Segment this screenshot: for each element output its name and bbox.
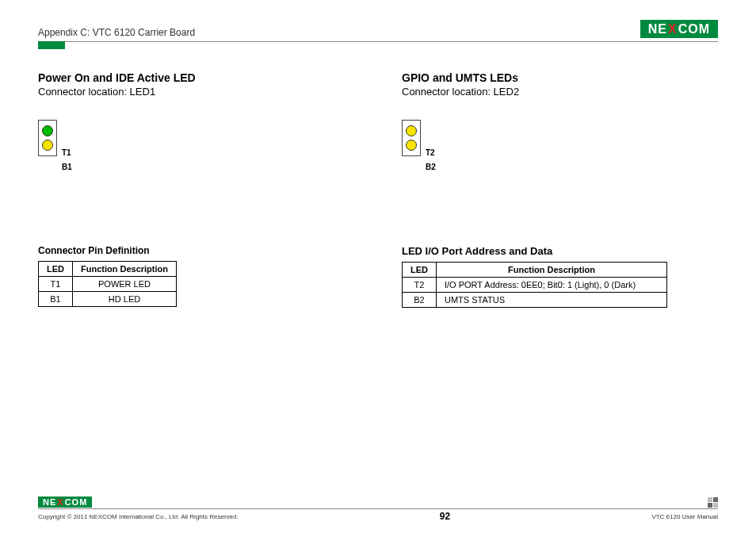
copyright-text: Copyright © 2011 NEXCOM International Co… (38, 513, 239, 520)
page-footer: NEXCOM Copyright © 2011 NEXCOM Internati… (38, 497, 718, 522)
section-title-gpio-umts: GPIO and UMTS LEDs (402, 71, 718, 84)
led1-label-b1: B1 (62, 162, 72, 173)
led-dot-green-icon (42, 125, 53, 136)
header-rule (38, 41, 718, 42)
table-cell: UMTS STATUS (437, 293, 667, 308)
logo-text-pre: NE (648, 22, 667, 36)
connector-location-led1: Connector location: LED1 (38, 86, 354, 98)
logo-text-pre: NE (43, 497, 56, 507)
table-cell: POWER LED (73, 277, 177, 292)
pin-definition-table-led1: LED Function Description T1 POWER LED B1… (38, 261, 177, 307)
table-row: T1 POWER LED (39, 277, 177, 292)
table-cell: I/O PORT Address: 0EE0; Bit0: 1 (Light),… (437, 278, 667, 293)
connector-pin-definition-heading: Connector Pin Definition (38, 245, 354, 256)
appendix-title: Appendix C: VTC 6120 Carrier Board (38, 27, 195, 38)
nexcom-logo-top: NEXCOM (640, 20, 718, 38)
table-header-func: Function Description (73, 262, 177, 277)
logo-text-x: X (668, 22, 678, 36)
led2-diagram: T2 B2 (402, 120, 718, 201)
logo-text-post: COM (678, 22, 710, 36)
logo-text-x: X (57, 497, 63, 507)
page-number: 92 (440, 511, 450, 522)
right-column: GPIO and UMTS LEDs Connector location: L… (402, 71, 718, 308)
table-row: T2 I/O PORT Address: 0EE0; Bit0: 1 (Ligh… (403, 278, 667, 293)
pin-definition-table-led2: LED Function Description T2 I/O PORT Add… (402, 262, 667, 308)
led-dot-yellow-icon (42, 140, 53, 151)
connector-location-led2: Connector location: LED2 (402, 86, 718, 98)
table-cell: T2 (403, 278, 437, 293)
footer-squares-icon (708, 497, 718, 508)
led2-label-b2: B2 (426, 162, 436, 173)
table-cell: HD LED (73, 292, 177, 307)
led-dot-yellow-icon (406, 125, 417, 136)
table-header-led: LED (39, 262, 73, 277)
table-row: B1 HD LED (39, 292, 177, 307)
table-row: B2 UMTS STATUS (403, 293, 667, 308)
section-title-power-ide: Power On and IDE Active LED (38, 71, 354, 84)
logo-text-post: COM (65, 497, 88, 507)
led2-label-t2: T2 (426, 148, 436, 159)
nexcom-logo-bottom: NEXCOM (38, 497, 92, 508)
table-cell: B2 (403, 293, 437, 308)
table-cell: B1 (39, 292, 73, 307)
green-tab-icon (38, 41, 65, 49)
table-header-func: Function Description (437, 263, 667, 278)
led1-label-t1: T1 (62, 148, 72, 159)
manual-name: VTC 6120 User Manual (651, 513, 718, 520)
table-header-led: LED (403, 263, 437, 278)
led-io-port-heading: LED I/O Port Address and Data (402, 245, 718, 257)
left-column: Power On and IDE Active LED Connector lo… (38, 71, 354, 308)
led1-diagram: T1 B1 (38, 120, 354, 201)
table-cell: T1 (39, 277, 73, 292)
led-dot-yellow-icon (406, 140, 417, 151)
